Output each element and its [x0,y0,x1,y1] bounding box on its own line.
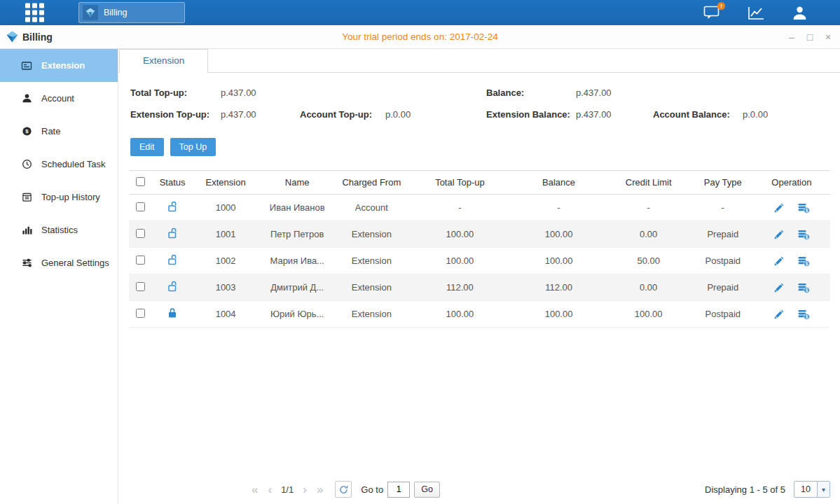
page-size-select[interactable]: 10 ▾ [794,481,830,498]
go-button[interactable]: Go [414,482,440,498]
last-page-button[interactable]: » [312,484,328,496]
extension-balance-value: p.437.00 [576,109,653,120]
sidebar-item-statistics[interactable]: Statistics [0,214,118,246]
general-settings-icon [21,258,32,268]
next-page-button[interactable]: › [298,484,312,496]
billing-diamond-icon: $ [83,5,98,20]
first-page-button[interactable]: « [247,484,263,496]
col-total-topup: Total Top-up [406,171,513,195]
topbar-billing-tab[interactable]: $ Billing [78,2,185,23]
topup-icon[interactable]: $ [798,230,810,240]
account-balance-label: Account Balance: [653,109,743,120]
extension-topup-value: p.437.00 [221,109,300,120]
displaying-text: Displaying 1 - 5 of 5 [705,484,785,495]
tab-extension-label: Extension [143,55,184,66]
col-credit-limit: Credit Limit [605,171,693,195]
topbar-icons: ! [703,0,808,25]
maximize-icon[interactable]: □ [805,32,815,42]
account-topup-value: p.0.00 [385,109,486,120]
cell-balance: 100.00 [514,301,605,328]
top-up-button[interactable]: Top Up [170,138,216,156]
table-row: 1003 Дмитрий Д... Extension 112.00 112.0… [129,274,830,301]
cell-charged-from: Extension [336,301,406,328]
close-icon[interactable]: × [823,32,833,42]
cell-extension: 1004 [193,301,258,328]
prev-page-button[interactable]: ‹ [263,484,277,496]
sidebar-item-account[interactable]: Account [0,82,118,115]
unlocked-icon[interactable] [167,230,178,241]
col-operation: Operation [753,171,830,195]
cell-extension: 1002 [193,248,258,274]
topup-icon[interactable]: $ [798,203,810,214]
tab-extension[interactable]: Extension [119,49,208,73]
table-header-row: Status Extension Name Charged From Total… [129,171,830,195]
row-checkbox[interactable] [136,202,145,211]
topbar: $ Billing ! [0,0,840,25]
locked-icon[interactable] [167,310,178,321]
cell-total-topup: 100.00 [406,301,513,328]
col-name: Name [258,171,336,195]
cell-charged-from: Extension [336,274,406,301]
cell-charged-from: Extension [336,221,406,248]
sidebar-item-extension[interactable]: Extension [0,49,118,82]
table-row: 1000 Иван Иванов Account - - - - $ [129,195,830,221]
page-indicator: 1/1 [281,484,294,495]
cell-balance: 100.00 [514,221,605,248]
cell-total-topup: - [406,195,513,221]
sidebar: Extension Account $ Rate Scheduled Task … [0,49,118,504]
cell-extension: 1001 [193,221,258,248]
page-size-value: 10 [794,482,817,497]
cell-credit-limit: 0.00 [605,274,693,301]
goto-page-input[interactable] [387,482,410,498]
svg-text:$: $ [25,128,29,134]
table-row: 1001 Петр Петров Extension 100.00 100.00… [129,221,830,248]
edit-icon[interactable] [773,203,784,214]
col-charged-from: Charged From [336,171,406,195]
topup-history-icon [21,192,32,202]
refresh-icon[interactable] [335,481,352,498]
svg-text:$: $ [805,261,808,267]
total-topup-value: p.437.00 [221,88,300,98]
minimize-icon[interactable]: – [787,32,797,42]
sidebar-item-scheduled-task[interactable]: Scheduled Task [0,148,118,181]
sidebar-item-topup-history[interactable]: Top-up History [0,181,118,214]
unlocked-icon[interactable] [167,257,178,267]
trial-notice: Your trial period ends on: 2017-02-24 [342,31,497,42]
unlocked-icon[interactable] [167,284,178,294]
cell-total-topup: 100.00 [406,248,513,274]
cell-charged-from: Account [336,195,406,221]
cell-name: Дмитрий Д... [258,274,336,301]
unlocked-icon[interactable] [167,204,178,214]
cell-pay-type: - [693,195,753,221]
edit-icon[interactable] [773,309,784,320]
row-checkbox[interactable] [136,309,145,318]
line-chart-icon[interactable] [748,6,765,20]
cell-balance: 100.00 [514,248,605,274]
balance-label: Balance: [486,88,576,98]
sidebar-item-rate[interactable]: $ Rate [0,115,118,148]
edit-icon[interactable] [773,230,784,240]
extension-topup-label: Extension Top-up: [130,109,221,120]
cell-credit-limit: 50.00 [605,248,693,274]
messages-icon[interactable]: ! [703,6,721,20]
edit-icon[interactable] [773,256,784,267]
select-all-checkbox[interactable] [136,177,145,186]
tabstrip: Extension [118,49,840,73]
sidebar-item-general-settings[interactable]: General Settings [0,246,118,279]
user-icon[interactable] [792,5,808,21]
row-checkbox[interactable] [136,282,145,291]
edit-button[interactable]: Edit [130,138,164,156]
edit-icon[interactable] [773,283,784,293]
row-checkbox[interactable] [136,255,145,265]
app-title: Billing [22,31,53,43]
goto-label: Go to [361,484,383,495]
topup-icon[interactable]: $ [798,256,810,267]
account-balance-value: p.0.00 [743,109,768,120]
row-checkbox[interactable] [136,229,145,238]
extension-table-wrap: Status Extension Name Charged From Total… [129,170,830,328]
total-topup-label: Total Top-up: [130,88,221,98]
topup-icon[interactable]: $ [798,283,810,293]
topup-icon[interactable]: $ [798,309,810,320]
app-grid-icon[interactable] [25,4,44,22]
cell-operation: $ [753,221,830,248]
